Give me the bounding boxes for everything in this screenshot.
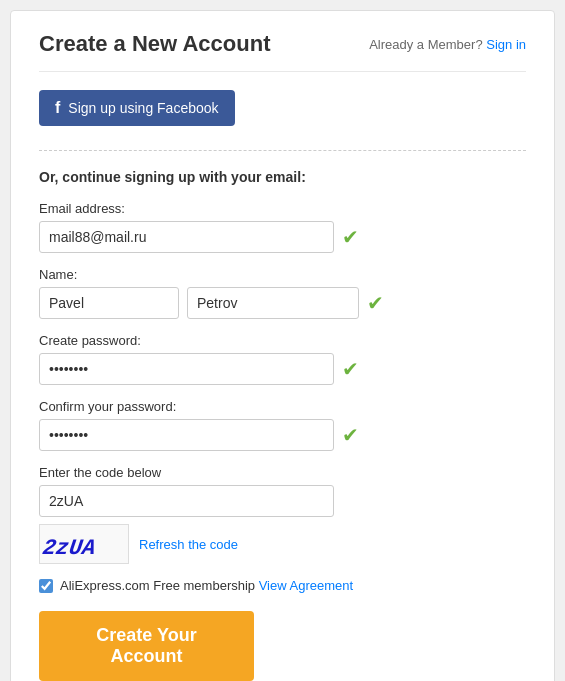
confirm-password-check-icon: ✔ bbox=[342, 425, 359, 445]
first-name-input[interactable] bbox=[39, 287, 179, 319]
confirm-password-input-row: ✔ bbox=[39, 419, 526, 451]
signup-card: Create a New Account Already a Member? S… bbox=[10, 10, 555, 681]
confirm-password-input[interactable] bbox=[39, 419, 334, 451]
captcha-label: Enter the code below bbox=[39, 465, 526, 480]
password-group: Create password: ✔ bbox=[39, 333, 526, 385]
refresh-captcha-link[interactable]: Refresh the code bbox=[139, 537, 238, 552]
agreement-checkbox[interactable] bbox=[39, 579, 53, 593]
facebook-icon: f bbox=[55, 99, 60, 117]
facebook-button-label: Sign up using Facebook bbox=[68, 100, 218, 116]
confirm-password-label: Confirm your password: bbox=[39, 399, 526, 414]
svg-text:2zUA: 2zUA bbox=[41, 536, 97, 561]
password-label: Create password: bbox=[39, 333, 526, 348]
agreement-row: AliExpress.com Free membership View Agre… bbox=[39, 578, 526, 593]
already-member-text: Already a Member? Sign in bbox=[369, 37, 526, 52]
page-title: Create a New Account bbox=[39, 31, 270, 57]
name-check-icon: ✔ bbox=[367, 293, 384, 313]
facebook-signup-button[interactable]: f Sign up using Facebook bbox=[39, 90, 235, 126]
name-label: Name: bbox=[39, 267, 526, 282]
password-check-icon: ✔ bbox=[342, 359, 359, 379]
email-group: Email address: ✔ bbox=[39, 201, 526, 253]
captcha-image-row: 2zUA Refresh the code bbox=[39, 524, 526, 564]
captcha-section: Enter the code below 2zUA Refresh the co… bbox=[39, 465, 526, 564]
name-group: Name: ✔ bbox=[39, 267, 526, 319]
password-input[interactable] bbox=[39, 353, 334, 385]
divider bbox=[39, 150, 526, 151]
create-account-button[interactable]: Create Your Account bbox=[39, 611, 254, 681]
email-check-icon: ✔ bbox=[342, 227, 359, 247]
view-agreement-link[interactable]: View Agreement bbox=[259, 578, 353, 593]
last-name-input[interactable] bbox=[187, 287, 359, 319]
or-label: Or, continue signing up with your email: bbox=[39, 169, 526, 185]
confirm-password-group: Confirm your password: ✔ bbox=[39, 399, 526, 451]
captcha-input[interactable] bbox=[39, 485, 334, 517]
already-member-label: Already a Member? bbox=[369, 37, 482, 52]
password-input-row: ✔ bbox=[39, 353, 526, 385]
captcha-image: 2zUA bbox=[39, 524, 129, 564]
name-input-row: ✔ bbox=[39, 287, 526, 319]
agreement-text-label: AliExpress.com Free membership bbox=[60, 578, 255, 593]
page-header: Create a New Account Already a Member? S… bbox=[39, 31, 526, 72]
email-input-row: ✔ bbox=[39, 221, 526, 253]
email-label: Email address: bbox=[39, 201, 526, 216]
agreement-text: AliExpress.com Free membership View Agre… bbox=[60, 578, 353, 593]
email-input[interactable] bbox=[39, 221, 334, 253]
sign-in-link[interactable]: Sign in bbox=[486, 37, 526, 52]
